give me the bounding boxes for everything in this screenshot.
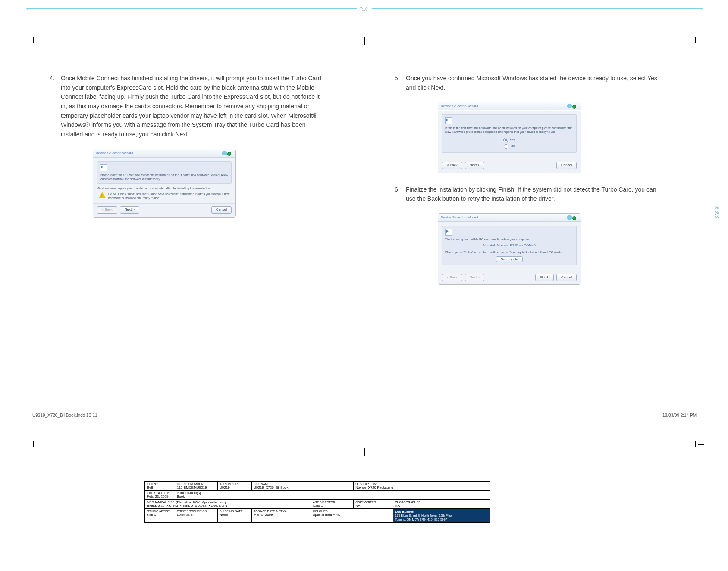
next-button[interactable]: Next > — [465, 274, 484, 281]
device-icon — [445, 229, 452, 236]
indesign-footer: U9219_X720_Bil Book.indd 10-11 18/03/09 … — [28, 413, 701, 418]
back-button[interactable]: < Back — [97, 206, 117, 213]
wizard-title: Device Selection Wizard — [96, 151, 222, 156]
trim-height-label: T:6.693" — [714, 204, 719, 219]
production-slug: CLIENT:Bell DOCKET NUMBER:111-BMCBMU9219… — [144, 481, 490, 523]
wizard-screenshot-3: Device Selection Wizard The following co… — [438, 213, 581, 285]
step-text: Finalize the installation by clicking Fi… — [406, 186, 656, 202]
wizard-text: If this is the first time this hardware … — [445, 126, 574, 134]
detected-device: Novatel Wireless P720 on COM46 — [445, 243, 574, 248]
finish-button[interactable]: Finish — [535, 274, 554, 281]
registration-mark — [364, 37, 365, 45]
step-number: 6. — [395, 185, 400, 195]
wizard-warning-text: Do NOT click "Next" until the "Found New… — [108, 192, 232, 200]
trim-width-label: T:10" — [357, 7, 372, 12]
crop-mark — [27, 37, 34, 43]
device-icon — [100, 164, 107, 171]
arrow-right-icon: ▸ — [701, 6, 703, 11]
step-number: 4. — [50, 74, 55, 83]
step-6: 6. Finalize the installation by clicking… — [395, 185, 666, 285]
arrow-left-icon: ◂ — [25, 6, 28, 11]
wizard-screenshot-1: Device Selection Wizard Please insert th… — [93, 149, 236, 218]
cancel-button[interactable]: Cancel — [556, 162, 577, 169]
scan-again-button[interactable]: Scan again — [496, 256, 523, 262]
step-4: 4. Once Mobile Connect has finished inst… — [50, 74, 321, 218]
agency-name: Leo Burnett — [395, 510, 414, 514]
wizard-title: Device Selection Wizard — [441, 104, 567, 109]
wizard-screenshot-2: Device Selection Wizard If this is the f… — [438, 102, 581, 173]
step-text: Once Mobile Connect has finished install… — [61, 75, 321, 138]
wizard-text: Please press 'Finish' to use the mobile … — [445, 250, 574, 254]
radio-no-label: No — [510, 144, 515, 149]
back-button[interactable]: < Back — [442, 162, 462, 169]
back-button[interactable]: < Back — [442, 274, 462, 281]
bell-logo-icon — [567, 104, 576, 108]
bell-logo-icon — [567, 215, 576, 220]
crop-mark — [698, 444, 704, 451]
wizard-text: Windows may require you to restart your … — [97, 186, 232, 190]
bell-logo-icon — [222, 151, 231, 155]
registration-mark — [364, 448, 365, 456]
indd-file-tag: U9219_X720_Bil Book.indd 10-11 — [32, 413, 97, 418]
wizard-title: Device Selection Wizard — [441, 215, 567, 220]
next-button[interactable]: Next > — [465, 162, 484, 169]
step-text: Once you have confirmed Microsoft Window… — [406, 75, 657, 91]
crop-mark — [698, 34, 704, 40]
warning-icon — [99, 192, 106, 198]
step-number: 5. — [395, 74, 400, 83]
device-icon — [445, 117, 452, 124]
wizard-text: The following compatible PC card was fou… — [445, 237, 574, 241]
cancel-button[interactable]: Cancel — [556, 274, 577, 281]
crop-mark — [27, 441, 34, 447]
wizard-text: Please insert the PC card and follow the… — [100, 173, 229, 181]
radio-yes[interactable] — [503, 138, 508, 142]
radio-yes-label: Yes — [510, 138, 515, 143]
cancel-button[interactable]: Cancel — [211, 206, 232, 213]
indd-timestamp: 18/03/09 2:14 PM — [662, 413, 697, 418]
next-button[interactable]: Next > — [120, 206, 139, 213]
step-5: 5. Once you have confirmed Microsoft Win… — [395, 74, 666, 173]
radio-no[interactable] — [504, 144, 508, 149]
